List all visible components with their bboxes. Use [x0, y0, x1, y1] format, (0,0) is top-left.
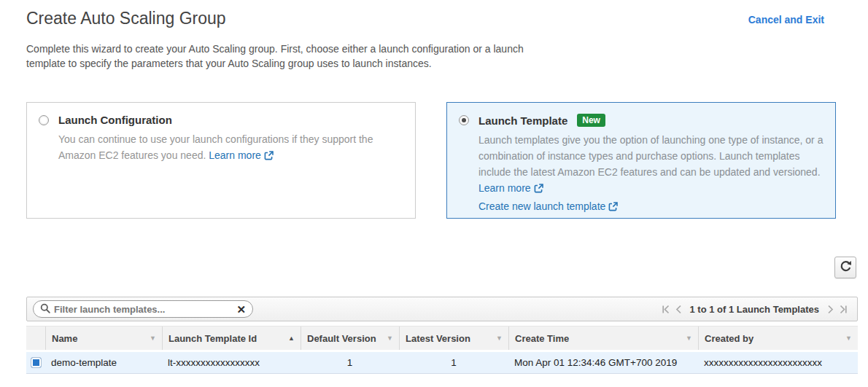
- cell-name: demo-template: [45, 357, 162, 368]
- column-header-latest-version[interactable]: Latest Version ▼: [399, 327, 508, 350]
- pagination-text: 1 to 1 of 1 Launch Templates: [690, 304, 819, 315]
- refresh-icon: [840, 260, 852, 275]
- cell-default-version: 1: [301, 357, 399, 368]
- cell-create-time: Mon Apr 01 12:34:46 GMT+700 2019: [508, 357, 698, 368]
- launch-configuration-title: Launch Configuration: [58, 114, 172, 126]
- launch-template-description: Launch templates give you the option of …: [478, 134, 823, 178]
- filter-search-box[interactable]: ✕: [33, 300, 253, 318]
- launch-configuration-card[interactable]: Launch Configuration You can continue to…: [26, 102, 416, 219]
- new-badge: New: [577, 114, 605, 127]
- cell-created-by: xxxxxxxxxxxxxxxxxxxxxxxx: [698, 357, 858, 368]
- create-new-launch-template-link[interactable]: Create new launch template: [478, 200, 605, 212]
- first-page-icon[interactable]: [661, 305, 671, 314]
- column-header-created-by[interactable]: Created by ▼: [698, 327, 858, 350]
- sort-icon: ▼: [387, 335, 393, 342]
- launch-template-learn-more-link[interactable]: Learn more: [478, 182, 531, 194]
- column-header-default-version[interactable]: Default Version ▼: [301, 327, 399, 350]
- column-header-name[interactable]: Name ▼: [45, 327, 162, 350]
- column-header-launch-template-id[interactable]: Launch Template Id ▲: [162, 327, 301, 350]
- sort-asc-icon: ▲: [288, 335, 295, 342]
- launch-source-options: Launch Configuration You can continue to…: [26, 102, 836, 219]
- sort-icon: ▼: [496, 335, 503, 342]
- sort-icon: ▼: [150, 335, 156, 342]
- sort-icon: ▼: [686, 335, 692, 342]
- launch-template-title: Launch Template: [478, 114, 567, 127]
- last-page-icon[interactable]: [838, 305, 848, 314]
- filter-input[interactable]: [54, 304, 236, 315]
- page-description: Complete this wizard to create your Auto…: [26, 42, 533, 71]
- cell-latest-version: 1: [399, 357, 508, 368]
- create-asg-wizard-page: Create Auto Scaling Group Cancel and Exi…: [0, 0, 868, 387]
- external-link-icon: [264, 149, 274, 165]
- launch-template-radio[interactable]: [459, 115, 469, 125]
- launch-template-card[interactable]: Launch Template New Launch templates giv…: [446, 102, 836, 219]
- refresh-button[interactable]: [834, 257, 856, 278]
- pagination: 1 to 1 of 1 Launch Templates: [661, 304, 848, 315]
- header-select-column: [26, 327, 45, 350]
- page-title: Create Auto Scaling Group: [26, 9, 226, 28]
- cell-launch-template-id: lt-xxxxxxxxxxxxxxxxx: [162, 357, 301, 368]
- cancel-and-exit-link[interactable]: Cancel and Exit: [748, 14, 824, 26]
- external-link-icon: [608, 200, 618, 216]
- column-header-create-time[interactable]: Create Time ▼: [508, 327, 698, 350]
- table-row[interactable]: demo-template lt-xxxxxxxxxxxxxxxxx 1 1 M…: [26, 352, 858, 374]
- launch-configuration-learn-more-link[interactable]: Learn more: [209, 149, 261, 161]
- launch-configuration-description: You can continue to use your launch conf…: [58, 131, 403, 165]
- launch-template-table: ✕ 1 to 1 of 1 Launch Templates Name ▼ La…: [26, 297, 858, 374]
- table-toolbar: ✕ 1 to 1 of 1 Launch Templates: [26, 297, 858, 321]
- external-link-icon: [534, 181, 543, 198]
- sort-icon: ▼: [845, 335, 852, 342]
- row-select-cell: [26, 357, 45, 368]
- row-select-checkbox[interactable]: [31, 357, 42, 368]
- next-page-icon[interactable]: [826, 305, 834, 314]
- search-icon: [40, 303, 50, 316]
- table-header-row: Name ▼ Launch Template Id ▲ Default Vers…: [26, 326, 858, 350]
- launch-configuration-radio[interactable]: [39, 115, 49, 125]
- clear-filter-icon[interactable]: ✕: [236, 304, 246, 315]
- previous-page-icon[interactable]: [675, 305, 683, 314]
